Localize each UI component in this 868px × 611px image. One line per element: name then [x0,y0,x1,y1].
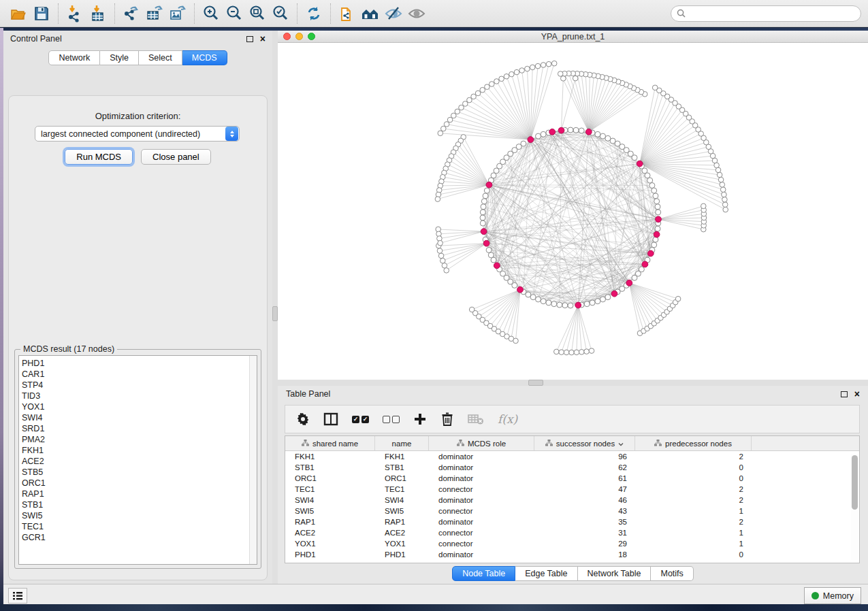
control-panel-title: Control Panel [10,34,62,44]
mcds-result-item[interactable]: PMA2 [22,434,257,445]
mcds-result-item[interactable]: FKH1 [22,445,257,456]
deselect-all-icon[interactable] [383,416,400,423]
table-row[interactable]: SWI4SWI4dominator462 [285,495,859,506]
open-file-icon[interactable] [7,3,30,24]
column-header-shared-name[interactable]: shared name [285,436,375,450]
close-panel-button[interactable]: Close panel [141,149,211,165]
zoom-fit-icon[interactable] [246,3,269,24]
cell-name: TEC1 [375,485,429,493]
tab-mcds[interactable]: MCDS [182,50,227,65]
sitemap-icon [302,440,309,448]
vertical-splitter[interactable] [272,31,278,584]
tab-motifs[interactable]: Motifs [651,566,693,581]
table-scrollbar[interactable] [851,454,858,560]
delete-table-icon[interactable] [468,413,484,425]
mcds-result-item[interactable]: YOX1 [22,401,257,412]
cell-shared_name: ORC1 [285,474,375,482]
export-table-icon[interactable] [143,3,166,24]
cell-shared_name: TEC1 [285,485,375,493]
function-builder-icon[interactable]: f(x) [498,412,517,426]
table-row[interactable]: SWI5SWI5connector431 [285,506,859,516]
table-row[interactable]: TEC1TEC1connector472 [285,484,859,495]
tab-network-table[interactable]: Network Table [578,566,652,581]
table-row[interactable]: STB1STB1dominator620 [285,462,859,473]
task-history-button[interactable] [8,588,27,604]
column-header-successor-nodes[interactable]: successor nodes [534,436,635,450]
toolbar-separator [58,3,59,24]
mcds-result-item[interactable]: TID3 [22,391,257,401]
tab-select[interactable]: Select [139,50,182,65]
mcds-result-item[interactable]: SRD1 [22,423,257,434]
sitemap-icon [457,440,464,448]
add-column-icon[interactable] [413,412,427,426]
close-panel-icon[interactable]: × [854,391,860,397]
mcds-result-item[interactable]: ACE2 [22,456,257,467]
run-mcds-button[interactable]: Run MCDS [65,149,133,165]
cell-role: dominator [429,452,534,461]
first-neighbors-icon[interactable] [359,3,382,24]
mcds-result-item[interactable]: STB1 [22,499,257,510]
tab-style[interactable]: Style [100,50,139,65]
mcds-result-item[interactable]: CAR1 [22,369,257,380]
toolbar-separator [330,3,331,24]
table-row[interactable]: RAP1RAP1dominator352 [285,516,859,527]
splitter-grip[interactable] [528,380,543,386]
refresh-layout-icon[interactable] [302,3,325,24]
mcds-result-item[interactable]: STP4 [22,380,257,391]
network-canvas[interactable] [278,43,868,379]
column-header-name[interactable]: name [375,436,429,450]
memory-button[interactable]: Memory [804,587,861,604]
control-panel-tabs: NetworkStyleSelectMCDS [3,50,272,65]
tab-network[interactable]: Network [48,50,100,65]
column-header-predecessor-nodes[interactable]: predecessor nodes [635,436,752,450]
export-image-icon[interactable] [166,3,189,24]
zoom-out-icon[interactable] [223,3,246,24]
mcds-result-item[interactable]: SWI5 [22,510,257,521]
mcds-result-item[interactable]: TEC1 [22,521,257,532]
delete-column-icon[interactable] [440,412,454,427]
mcds-result-item[interactable]: GCR1 [22,532,257,543]
cell-name: STB1 [375,463,429,472]
save-session-icon[interactable] [30,3,53,24]
cell-successors: 61 [534,474,635,482]
column-header-MCDS-role[interactable]: MCDS role [429,436,534,450]
table-row[interactable]: FKH1FKH1dominator962 [285,451,859,462]
criterion-dropdown[interactable]: largest connected component (undirected) [35,126,240,142]
network-graph[interactable] [278,43,868,379]
search-box[interactable] [671,5,861,22]
export-network-icon[interactable] [120,3,143,24]
table-options-icon[interactable] [296,412,310,426]
import-table-icon[interactable] [86,3,110,24]
zoom-selected-icon[interactable] [269,3,292,24]
horizontal-splitter[interactable] [278,380,868,386]
close-panel-icon[interactable]: × [260,35,266,42]
copy-style-icon[interactable] [336,3,359,24]
mcds-result-item[interactable]: STB5 [22,467,257,478]
search-input[interactable] [689,9,855,18]
table-row[interactable]: ACE2ACE2connector311 [285,527,859,538]
hide-selected-icon[interactable] [382,3,405,24]
table-scrollbar-thumb[interactable] [852,455,858,510]
float-panel-icon[interactable] [841,391,848,397]
mcds-result-item[interactable]: ORC1 [22,478,257,489]
table-row[interactable]: ORC1ORC1dominator610 [285,473,859,484]
show-all-icon[interactable] [405,3,428,24]
cell-successors: 31 [534,529,635,537]
zoom-in-icon[interactable] [199,3,223,24]
table-row[interactable]: PHD1PHD1dominator180 [285,549,859,560]
show-column-icon[interactable] [323,412,338,426]
mcds-result-list[interactable]: PHD1CAR1STP4TID3YOX1SWI4SRD1PMA2FKH1ACE2… [18,355,257,565]
select-all-icon[interactable]: ✓✓ [352,416,369,423]
list-scrollbar[interactable] [249,356,257,564]
mcds-result-item[interactable]: PHD1 [22,358,257,369]
splitter-grip[interactable] [272,306,278,321]
tab-node-table[interactable]: Node Table [452,566,515,581]
mcds-result-title: MCDS result (17 nodes) [20,344,117,354]
mcds-result-item[interactable]: SWI4 [22,412,257,423]
tab-edge-table[interactable]: Edge Table [515,566,577,581]
float-panel-icon[interactable] [246,36,253,42]
mcds-result-item[interactable]: RAP1 [22,489,257,499]
network-titlebar[interactable]: YPA_prune.txt_1 [278,31,868,43]
import-network-icon[interactable] [63,3,86,24]
table-row[interactable]: YOX1YOX1connector291 [285,538,859,549]
